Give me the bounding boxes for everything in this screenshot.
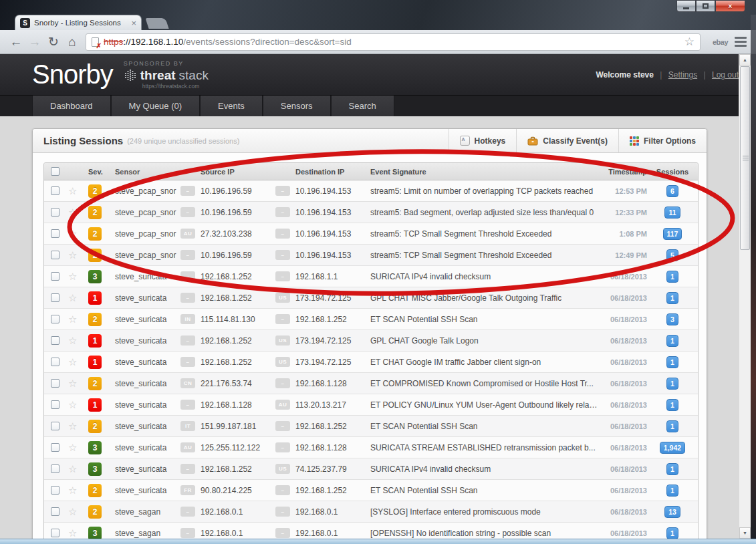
select-all-checkbox[interactable] [51, 167, 59, 176]
row-checkbox[interactable] [51, 208, 59, 217]
table-row[interactable]: ☆2steve_suricataIN115.114.81.130–192.168… [44, 309, 698, 330]
sessions-count-badge[interactable]: 11 [664, 207, 680, 219]
star-icon[interactable]: ☆ [68, 420, 88, 432]
source-ip[interactable]: 192.168.1.128 [201, 400, 275, 410]
table-row[interactable]: ☆2steve_suricataCN221.176.53.74–192.168.… [44, 373, 698, 394]
table-row[interactable]: ☆3steve_suricata–192.168.1.252US74.125.2… [44, 458, 698, 480]
scroll-down-button[interactable]: ▼ [739, 527, 751, 539]
dest-ip[interactable]: 173.194.72.125 [295, 293, 370, 303]
star-icon[interactable]: ☆ [68, 207, 88, 219]
logout-link[interactable]: Log out [712, 70, 739, 80]
event-signature[interactable]: [OPENSSH] No identification string - pos… [370, 523, 599, 539]
col-sev[interactable]: Sev. [88, 168, 115, 176]
new-tab-button[interactable] [145, 18, 168, 29]
source-ip[interactable]: 151.99.187.181 [201, 422, 275, 431]
nav-dashboard[interactable]: Dashboard [32, 96, 111, 116]
table-row[interactable]: ☆3steve_suricata–192.168.1.252–192.168.1… [44, 266, 698, 287]
nav-my-queue[interactable]: My Queue (0) [111, 96, 200, 116]
event-signature[interactable]: stream5: Bad segment, overlap adjusted s… [370, 202, 599, 223]
sessions-count-badge[interactable]: 5 [666, 249, 678, 261]
star-icon[interactable]: ☆ [68, 185, 88, 197]
dest-ip[interactable]: 192.168.1.252 [295, 422, 370, 431]
event-signature[interactable]: ET POLICY GNU/Linux YUM User-Agent Outbo… [370, 394, 599, 416]
row-checkbox[interactable] [51, 443, 59, 452]
dest-ip[interactable]: 74.125.237.79 [295, 464, 370, 474]
threatstack-logo[interactable]: threatstack [140, 68, 209, 83]
dest-ip[interactable]: 113.20.13.217 [295, 400, 370, 410]
table-row[interactable]: ☆2steve_pcap_snor–10.196.196.59–10.196.1… [44, 202, 698, 223]
dest-ip[interactable]: 192.168.1.128 [295, 443, 370, 452]
source-ip[interactable]: 10.196.196.59 [201, 251, 275, 260]
event-signature[interactable]: SURICATA STREAM ESTABLISHED retransmissi… [370, 437, 599, 458]
event-signature[interactable]: GPL CHAT Google Talk Logon [370, 330, 599, 352]
table-row[interactable]: ☆2steve_pcap_snorAU27.32.103.238–10.196.… [44, 223, 698, 245]
sessions-count-badge[interactable]: 1 [666, 420, 678, 432]
star-icon[interactable]: ☆ [68, 356, 88, 368]
source-ip[interactable]: 192.168.0.1 [201, 507, 275, 517]
table-row[interactable]: ☆2steve_pcap_snor–10.196.196.59–10.196.1… [44, 180, 698, 202]
row-checkbox[interactable] [51, 315, 59, 323]
snorby-logo[interactable]: Snorby [32, 59, 113, 90]
dest-ip[interactable]: 173.194.72.125 [295, 358, 370, 367]
row-checkbox[interactable] [51, 336, 59, 345]
event-signature[interactable]: ET COMPROMISED Known Compromised or Host… [370, 373, 599, 394]
table-row[interactable]: ☆1steve_suricata–192.168.1.252US173.194.… [44, 330, 698, 352]
bookmark-star-icon[interactable]: ☆ [684, 35, 695, 49]
event-signature[interactable]: GPL CHAT MISC Jabber/Google Talk Outgoin… [370, 287, 599, 309]
sessions-count-badge[interactable]: 1 [666, 271, 678, 283]
star-icon[interactable]: ☆ [68, 335, 88, 347]
event-signature[interactable]: stream5: Limit on number of overlapping … [370, 180, 599, 202]
star-icon[interactable]: ☆ [68, 228, 88, 240]
dest-ip[interactable]: 192.168.0.1 [295, 529, 370, 538]
col-timestamp[interactable]: Timestamp [599, 168, 647, 176]
vertical-scrollbar[interactable]: ▲ ▼ [739, 54, 751, 539]
forward-button[interactable]: → [25, 35, 44, 49]
close-window-button[interactable]: × [715, 0, 745, 12]
nav-events[interactable]: Events [200, 96, 263, 116]
sessions-count-badge[interactable]: 1 [666, 399, 678, 411]
row-checkbox[interactable] [51, 400, 59, 409]
star-icon[interactable]: ☆ [68, 485, 88, 497]
source-ip[interactable]: 192.168.1.252 [201, 293, 275, 303]
filter-options-button[interactable]: Filter Options [618, 129, 707, 152]
event-signature[interactable]: stream5: TCP Small Segment Threshold Exc… [370, 245, 599, 266]
sessions-count-badge[interactable]: 1 [666, 378, 678, 390]
event-signature[interactable]: ET SCAN Potential SSH Scan [370, 416, 599, 437]
table-row[interactable]: ☆1steve_suricata–192.168.1.252US173.194.… [44, 352, 698, 373]
sessions-count-badge[interactable]: 13 [664, 506, 680, 518]
source-ip[interactable]: 90.80.214.225 [201, 486, 275, 495]
event-signature[interactable]: ET SCAN Potential SSH Scan [370, 480, 599, 501]
star-icon[interactable]: ☆ [68, 249, 88, 261]
event-signature[interactable]: SURICATA IPv4 invalid checksum [370, 458, 599, 480]
sessions-count-badge[interactable]: 3 [666, 313, 678, 325]
event-signature[interactable]: [SYSLOG] Interface entered promiscuous m… [370, 501, 599, 523]
source-ip[interactable]: 192.168.1.252 [201, 272, 275, 281]
source-ip[interactable]: 10.196.196.59 [201, 208, 275, 217]
dest-ip[interactable]: 10.196.194.153 [295, 208, 370, 217]
row-checkbox[interactable] [51, 251, 59, 259]
browser-tab[interactable]: S Snorby - Listing Sessions × [15, 15, 142, 30]
dest-ip[interactable]: 10.196.194.153 [295, 229, 370, 239]
source-ip[interactable]: 27.32.103.238 [201, 229, 275, 239]
sessions-count-badge[interactable]: 1 [666, 335, 678, 347]
source-ip[interactable]: 192.168.1.252 [201, 358, 275, 367]
source-ip[interactable]: 10.196.196.59 [201, 186, 275, 196]
scroll-up-button[interactable]: ▲ [739, 54, 751, 65]
star-icon[interactable]: ☆ [68, 292, 88, 304]
settings-link[interactable]: Settings [668, 70, 697, 80]
source-ip[interactable]: 192.168.1.252 [201, 336, 275, 346]
source-ip[interactable]: 125.255.112.122 [201, 443, 275, 452]
dest-ip[interactable]: 192.168.1.252 [295, 315, 370, 324]
dest-ip[interactable]: 192.168.1.128 [295, 379, 370, 388]
row-checkbox[interactable] [51, 229, 59, 238]
home-button[interactable]: ⌂ [63, 35, 82, 49]
back-button[interactable]: ← [7, 35, 25, 49]
sessions-count-badge[interactable]: 6 [666, 185, 678, 197]
table-row[interactable]: ☆2steve_suricataIT151.99.187.181–192.168… [44, 416, 698, 437]
address-bar[interactable]: ✗ https ://192.168.1.10 /events/sessions… [86, 33, 701, 51]
source-ip[interactable]: 192.168.1.252 [201, 464, 275, 474]
col-sensor[interactable]: Sensor [115, 168, 180, 176]
sessions-count-badge[interactable]: 1 [666, 292, 678, 304]
table-row[interactable]: ☆2steve_sagan–192.168.0.1–192.168.0.1[SY… [44, 501, 698, 523]
sessions-count-badge[interactable]: 117 [663, 228, 682, 240]
